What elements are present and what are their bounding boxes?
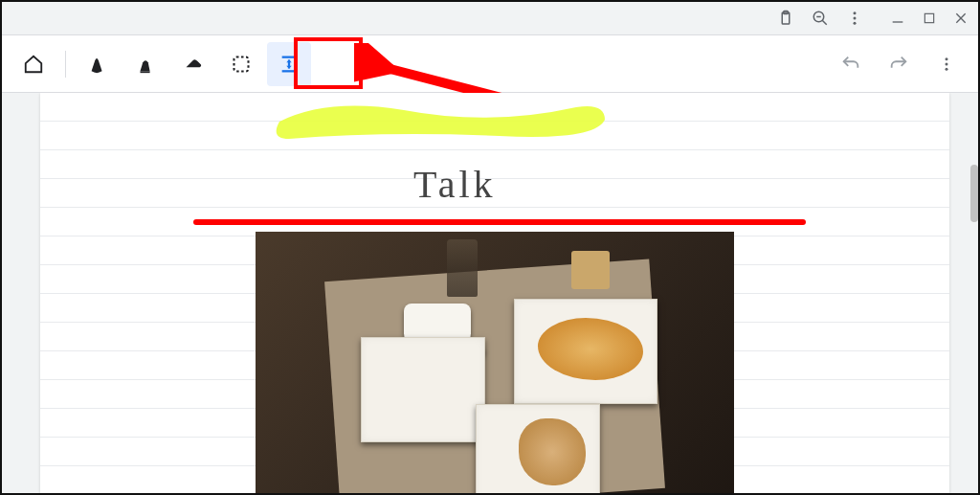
svg-point-17 xyxy=(946,62,948,65)
toolbar-divider xyxy=(65,51,66,78)
svg-rect-12 xyxy=(141,71,150,73)
svg-line-3 xyxy=(822,20,827,25)
highlighter-button[interactable] xyxy=(123,42,167,86)
toolbar xyxy=(2,35,978,93)
minimize-icon[interactable] xyxy=(890,11,905,26)
undo-button[interactable] xyxy=(829,42,873,86)
canvas-area: Talk xyxy=(2,93,978,493)
svg-rect-9 xyxy=(924,13,933,22)
clipboard-icon[interactable] xyxy=(777,10,794,27)
select-button[interactable] xyxy=(219,42,263,86)
eraser-button[interactable] xyxy=(171,42,215,86)
note-page[interactable]: Talk xyxy=(40,93,949,493)
more-vert-icon[interactable] xyxy=(846,10,863,27)
svg-point-6 xyxy=(854,17,857,20)
more-button[interactable] xyxy=(924,42,969,86)
maximize-icon[interactable] xyxy=(923,11,936,25)
red-underline xyxy=(193,219,806,225)
expand-button[interactable] xyxy=(267,42,311,86)
svg-rect-13 xyxy=(234,56,249,71)
svg-point-18 xyxy=(946,67,948,70)
home-button[interactable] xyxy=(11,42,56,86)
redo-button[interactable] xyxy=(877,42,921,86)
scrollbar-thumb[interactable] xyxy=(970,165,978,222)
close-icon[interactable] xyxy=(953,11,969,26)
yellow-highlight-stroke xyxy=(270,93,614,143)
pen-button[interactable] xyxy=(76,42,120,86)
zoom-out-icon[interactable] xyxy=(812,10,829,27)
inserted-image[interactable] xyxy=(256,232,734,493)
system-bar xyxy=(2,2,978,35)
handwriting-text: Talk xyxy=(413,162,497,207)
svg-point-7 xyxy=(854,22,857,25)
svg-point-16 xyxy=(946,57,948,60)
image-content xyxy=(256,232,734,493)
svg-point-5 xyxy=(854,11,857,14)
